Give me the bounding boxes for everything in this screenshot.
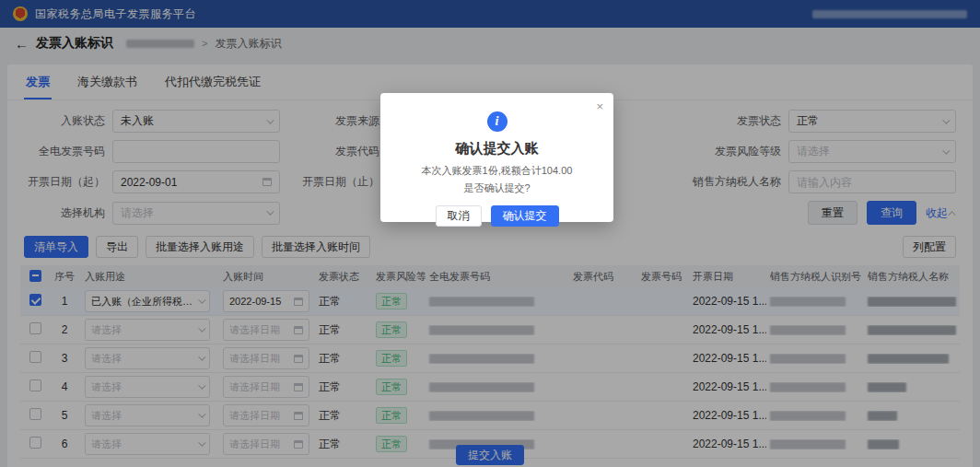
dialog-question: 是否确认提交? (380, 181, 613, 195)
modal-overlay (0, 0, 980, 467)
info-icon: i (487, 111, 508, 132)
dialog-title: 确认提交入账 (380, 140, 613, 158)
confirm-dialog: × i 确认提交入账 本次入账发票1份,税额合计104.00 是否确认提交? 取… (380, 93, 613, 222)
dialog-message: 本次入账发票1份,税额合计104.00 (380, 164, 613, 178)
close-icon[interactable]: × (596, 100, 603, 112)
cancel-button[interactable]: 取消 (436, 205, 482, 227)
confirm-submit-button[interactable]: 确认提交 (491, 205, 559, 227)
